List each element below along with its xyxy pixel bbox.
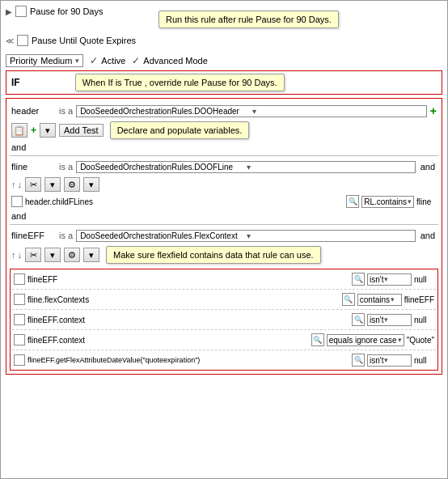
fline-type-select[interactable]: DooSeededOrchestrationRules.DOOFLine ▾: [76, 161, 416, 173]
cond-checkbox-c3[interactable]: [14, 334, 25, 345]
condition-row-3: flineEFF.context 🔍 equals ignore case ▾ …: [12, 332, 436, 348]
flineEFF-scissors-btn[interactable]: ✂: [25, 248, 41, 262]
cond-value-0: null: [414, 275, 434, 284]
advanced-label: Advanced Mode: [143, 56, 208, 66]
rule1-expand-icon[interactable]: ▶: [6, 7, 12, 16]
priority-row: Priority Medium ▾ ✓ Active ✓ Advanced Mo…: [1, 51, 447, 69]
divider-c1: [12, 309, 436, 310]
cond-op-c3[interactable]: equals ignore case ▾: [327, 334, 404, 346]
cond-search-0[interactable]: 🔍: [352, 273, 365, 286]
fline-up-icon[interactable]: ↑: [11, 180, 16, 189]
cond-op-chevron-c4: ▾: [384, 356, 388, 364]
flineEFF-is-a: is a: [59, 231, 73, 240]
cond-search-c4[interactable]: 🔍: [352, 354, 365, 367]
cond-search-1[interactable]: 🔍: [346, 195, 359, 208]
cond-field-c2: flineEFF.context: [27, 316, 349, 324]
fline-var-row: fline is a DooSeededOrchestrationRules.D…: [10, 158, 438, 176]
header-type-chevron-icon: ▾: [252, 107, 423, 116]
search-icon-c2: 🔍: [354, 316, 363, 324]
fline-and-suffix: and: [419, 160, 437, 173]
cond-op-label-c4: isn't: [370, 356, 383, 365]
advanced-checkmark-icon: ✓: [132, 55, 140, 66]
cond-op-label-c3: equals ignore case: [329, 336, 397, 345]
fline-type-chevron-icon: ▾: [247, 163, 412, 172]
cond-op-1[interactable]: RL.contains ▾: [361, 196, 414, 208]
divider-1: [10, 155, 438, 156]
if-tooltip: When If is True , override rule Pause fo…: [75, 74, 285, 91]
flexfield-tooltip: Make sure flexfield contains data that r…: [106, 246, 321, 264]
add-test-button[interactable]: Add Test: [59, 124, 104, 137]
header-var-name: header: [11, 106, 56, 116]
fline-var-name: fline: [11, 162, 56, 172]
cond-search-c1[interactable]: 🔍: [342, 293, 355, 306]
and-label-2: and: [10, 210, 438, 223]
flineEFF-type-chevron-icon: ▾: [247, 231, 412, 240]
cond-op-label-c2: isn't: [370, 316, 383, 324]
search-icon-0: 🔍: [354, 275, 363, 283]
rule1-checkbox[interactable]: [15, 6, 27, 17]
fline-is-a: is a: [59, 162, 73, 172]
cond-op-chevron-0: ▾: [384, 275, 388, 283]
flineEFF-scissors-chevron-btn[interactable]: ▾: [44, 248, 61, 262]
toolbar-chevron-btn[interactable]: ▾: [40, 123, 56, 138]
cond-field-c1: fline.flexContexts: [27, 295, 340, 304]
header-green-plus-icon[interactable]: +: [430, 104, 437, 117]
flineEFF-type-select[interactable]: DooSeededOrchestrationRules.FlexContext …: [76, 230, 416, 242]
rule1-label: Pause for 90 Days: [30, 6, 104, 16]
priority-value: Medium: [40, 56, 72, 66]
cond-op-label-1: RL.contains: [364, 197, 407, 206]
cond-checkbox-c2[interactable]: [14, 314, 25, 325]
active-label: Active: [101, 56, 125, 66]
declare-tooltip: Declare and populate variables.: [110, 121, 250, 139]
priority-chevron-icon: ▾: [75, 57, 79, 65]
cond-checkbox-c1[interactable]: [14, 294, 25, 305]
flineEFF-down-icon[interactable]: ↓: [18, 250, 23, 260]
cond-op-chevron-c1: ▾: [391, 295, 395, 303]
fline-down-icon[interactable]: ↓: [18, 180, 23, 189]
advanced-check[interactable]: ✓ Advanced Mode: [132, 55, 208, 66]
cond-search-c3[interactable]: 🔍: [311, 333, 324, 346]
toolbar-chevron-icon: ▾: [45, 125, 50, 136]
toolbar-plus-icon[interactable]: +: [31, 125, 36, 136]
active-checkmark-icon: ✓: [90, 55, 98, 66]
cond-op-c1[interactable]: contains ▾: [357, 294, 402, 306]
divider-c2: [12, 329, 436, 330]
cond-op-c4[interactable]: isn't ▾: [367, 354, 412, 367]
cond-search-c2[interactable]: 🔍: [352, 313, 365, 326]
rule2-expand-icon[interactable]: ≪: [6, 36, 14, 45]
active-check[interactable]: ✓ Active: [90, 55, 125, 66]
fline-gear-btn[interactable]: ⚙: [64, 177, 80, 192]
cond-checkbox-1[interactable]: [11, 196, 23, 207]
flineEFF-gear-chevron-btn[interactable]: ▾: [83, 248, 99, 262]
fline-gear-chevron-btn[interactable]: ▾: [83, 177, 99, 192]
search-icon-c4: 🔍: [354, 356, 363, 364]
main-container: ▶ Pause for 90 Days Run this rule after …: [0, 0, 448, 479]
top-rules: ▶ Pause for 90 Days Run this rule after …: [1, 1, 447, 51]
header-var-row: header is a DooSeededOrchestrationRules.…: [10, 102, 438, 120]
cond-value-c3: "Quote": [407, 336, 434, 345]
main-content: header is a DooSeededOrchestrationRules.…: [6, 98, 442, 375]
cond-op-0[interactable]: isn't ▾: [367, 273, 412, 286]
cond-op-c2[interactable]: isn't ▾: [367, 314, 412, 326]
header-type-select[interactable]: DooSeededOrchestrationRules.DOOHeader ▾: [76, 105, 427, 117]
fline-scissors-btn[interactable]: ✂: [25, 177, 41, 192]
flineEFF-up-icon[interactable]: ↑: [11, 250, 16, 260]
divider-c0: [12, 289, 436, 290]
condition-childFLines-row: header.childFLines 🔍 RL.contains ▾ fline: [10, 193, 438, 210]
flineEFF-var-row: flineEFF is a DooSeededOrchestrationRule…: [10, 227, 438, 244]
cond-checkbox-0[interactable]: [14, 273, 25, 285]
flineEFF-gear-btn[interactable]: ⚙: [64, 248, 80, 262]
add-test-label: Add Test: [64, 125, 99, 135]
gear-icon: ⚙: [68, 180, 76, 190]
scissors-icon: ✂: [30, 180, 37, 190]
rule2-checkbox[interactable]: [17, 35, 28, 46]
flineEFF-gear-icon: ⚙: [68, 250, 76, 261]
copy-icon-btn[interactable]: 📋: [11, 123, 27, 138]
priority-select[interactable]: Priority Medium ▾: [6, 54, 83, 67]
header-toolbar-row: 📋 + ▾ Add Test Declare and populate vari…: [10, 120, 438, 141]
fline-scissors-chevron-btn[interactable]: ▾: [44, 177, 61, 192]
cond-checkbox-c4[interactable]: [14, 354, 25, 366]
if-section: IF When If is True , override rule Pause…: [6, 70, 442, 95]
condition-row-0: flineEFF 🔍 isn't ▾ null: [12, 271, 436, 287]
search-icon-c3: 🔍: [313, 336, 322, 344]
